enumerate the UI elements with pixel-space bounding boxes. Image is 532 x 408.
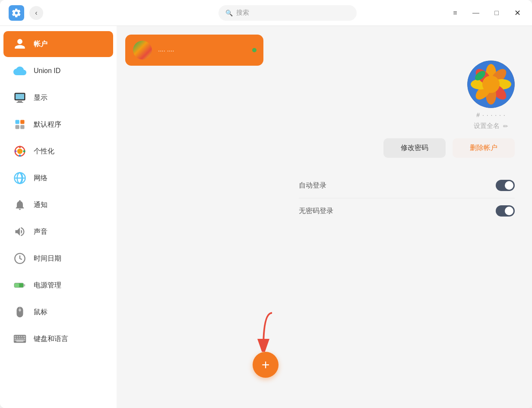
display-icon — [12, 90, 28, 105]
power-icon — [12, 277, 28, 293]
sidebar-label-display: 显示 — [34, 93, 48, 102]
arrow-pointing-down — [250, 309, 281, 352]
svg-point-13 — [15, 150, 17, 153]
svg-rect-32 — [19, 338, 20, 339]
svg-point-11 — [23, 150, 25, 153]
svg-rect-20 — [24, 284, 25, 286]
svg-point-9 — [17, 149, 23, 154]
default-app-icon — [12, 117, 28, 132]
menu-button[interactable]: ≡ — [449, 7, 461, 19]
sidebar-label-datetime: 时间日期 — [34, 254, 61, 263]
sidebar-item-mouse[interactable]: 鼠标 — [3, 299, 113, 325]
svg-rect-1 — [16, 94, 24, 99]
profile-fullname-label: 设置全名 — [474, 122, 500, 130]
titlebar-left: ‹ — [9, 5, 130, 21]
action-buttons: 修改密码 删除帐户 — [383, 138, 515, 158]
add-button-area: + — [250, 309, 281, 378]
svg-rect-4 — [16, 120, 19, 124]
sidebar-label-network: 网络 — [34, 174, 48, 183]
svg-point-46 — [482, 76, 500, 93]
profile-fullname-row: 设置全名 ✏ — [474, 122, 508, 130]
sidebar-label-sound: 声音 — [34, 227, 48, 236]
svg-rect-30 — [15, 338, 16, 339]
svg-rect-3 — [17, 102, 23, 103]
notification-icon — [12, 197, 28, 213]
titlebar: ‹ 🔍 搜索 ≡ — □ ✕ — [0, 0, 532, 26]
titlebar-right: ≡ — □ ✕ — [446, 7, 523, 19]
account-card-avatar — [133, 41, 152, 60]
change-password-button[interactable]: 修改密码 — [383, 138, 446, 158]
svg-point-23 — [19, 309, 21, 312]
svg-point-12 — [19, 155, 21, 157]
sidebar-item-union-id[interactable]: Union ID — [3, 58, 113, 84]
add-account-button[interactable]: + — [253, 352, 279, 378]
profile-avatar[interactable] — [467, 61, 515, 108]
svg-rect-7 — [20, 125, 24, 129]
search-icon: 🔍 — [225, 10, 233, 16]
search-bar: 🔍 搜索 — [130, 5, 446, 21]
settings-gear-icon — [12, 8, 21, 18]
network-icon — [12, 170, 28, 186]
delete-account-button[interactable]: 删除帐户 — [453, 138, 515, 158]
main-window: ‹ 🔍 搜索 ≡ — □ ✕ 帐户 — [0, 0, 532, 408]
online-status-dot — [252, 48, 256, 52]
keyboard-icon — [12, 331, 28, 347]
sidebar-label-union-id: Union ID — [34, 67, 60, 75]
search-placeholder: 搜索 — [236, 9, 249, 17]
svg-rect-31 — [17, 338, 18, 339]
svg-rect-29 — [23, 336, 25, 337]
no-password-login-toggle[interactable] — [496, 205, 515, 217]
sidebar-label-default-app: 默认程序 — [34, 120, 61, 129]
svg-rect-6 — [16, 125, 19, 129]
svg-rect-33 — [21, 338, 22, 339]
datetime-icon — [12, 251, 28, 266]
sidebar-item-display[interactable]: 显示 — [3, 85, 113, 111]
svg-rect-19 — [15, 284, 19, 287]
app-icon-button[interactable] — [9, 5, 24, 21]
no-password-login-label: 无密码登录 — [299, 207, 333, 216]
svg-point-10 — [19, 146, 21, 148]
svg-rect-25 — [15, 336, 16, 337]
union-id-icon — [12, 63, 28, 79]
sidebar-item-keyboard[interactable]: 键盘和语言 — [3, 326, 113, 352]
profile-username: # · · · · · · — [476, 112, 505, 118]
svg-rect-27 — [19, 336, 20, 337]
back-button[interactable]: ‹ — [29, 6, 43, 20]
svg-rect-36 — [16, 340, 24, 342]
profile-section: # · · · · · · 设置全名 ✏ — [467, 61, 515, 130]
maximize-button[interactable]: □ — [491, 7, 503, 19]
sidebar-item-power[interactable]: 电源管理 — [3, 272, 113, 298]
close-button[interactable]: ✕ — [511, 7, 523, 19]
svg-rect-28 — [21, 336, 22, 337]
sound-icon — [12, 224, 28, 239]
main-area: 帐户 Union ID — [0, 26, 532, 408]
profile-avatar-image — [467, 61, 515, 108]
sidebar-item-datetime[interactable]: 时间日期 — [3, 245, 113, 271]
sidebar-item-default-app[interactable]: 默认程序 — [3, 112, 113, 137]
sidebar-item-network[interactable]: 网络 — [3, 165, 113, 191]
sidebar-label-keyboard: 键盘和语言 — [34, 335, 68, 344]
sidebar-label-power: 电源管理 — [34, 281, 61, 290]
add-icon: + — [262, 358, 270, 372]
edit-fullname-icon[interactable]: ✏ — [503, 123, 508, 130]
toggle-section: 自动登录 无密码登录 — [299, 173, 515, 223]
svg-rect-5 — [20, 120, 24, 124]
search-input-wrap[interactable]: 🔍 搜索 — [218, 5, 357, 21]
sidebar-item-account[interactable]: 帐户 — [3, 31, 113, 57]
personalize-icon — [12, 143, 28, 159]
auto-login-toggle[interactable] — [496, 180, 515, 191]
account-card[interactable]: ···· ···· — [125, 35, 263, 66]
sidebar-item-personalize[interactable]: 个性化 — [3, 138, 113, 164]
sidebar-item-sound[interactable]: 声音 — [3, 219, 113, 245]
no-password-login-row: 无密码登录 — [299, 198, 515, 223]
sidebar-label-mouse: 鼠标 — [34, 308, 48, 317]
svg-rect-26 — [17, 336, 18, 337]
sidebar-label-notification: 通知 — [34, 201, 48, 210]
minimize-button[interactable]: — — [470, 7, 482, 19]
auto-login-label: 自动登录 — [299, 181, 326, 190]
sidebar-item-notification[interactable]: 通知 — [3, 192, 113, 218]
sidebar-label-personalize: 个性化 — [34, 147, 54, 156]
avatar-flower-svg — [467, 61, 515, 108]
sidebar: 帐户 Union ID — [0, 26, 117, 408]
auto-login-row: 自动登录 — [299, 173, 515, 198]
